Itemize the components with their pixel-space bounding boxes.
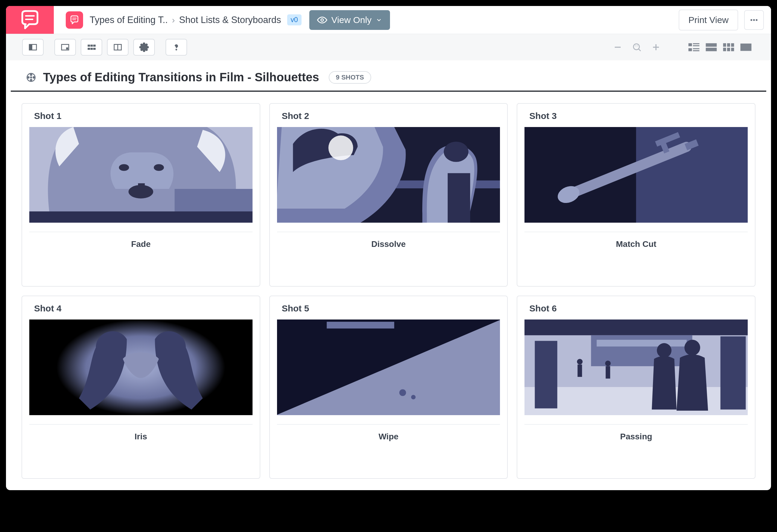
svg-rect-14: [94, 45, 96, 46]
shot-caption: Wipe: [270, 425, 508, 450]
svg-point-56: [28, 77, 29, 78]
svg-rect-93: [578, 364, 582, 377]
svg-rect-13: [91, 45, 93, 46]
shot-label: Shot 3: [517, 104, 755, 127]
speech-bubble-icon: [69, 15, 80, 25]
zoom-out-button[interactable]: [613, 42, 623, 52]
svg-point-6: [753, 19, 755, 21]
layout-switcher: [688, 42, 752, 52]
svg-rect-70: [448, 173, 470, 223]
shot-card[interactable]: Shot 3 Match Cut: [517, 103, 756, 287]
columns-button[interactable]: [107, 39, 128, 56]
svg-point-61: [154, 164, 164, 171]
svg-point-21: [176, 49, 177, 50]
breadcrumb: Types of Editing T.. › Shot Lists & Stor…: [90, 14, 302, 25]
zoom-in-button[interactable]: [651, 42, 661, 52]
zoom-reset-button[interactable]: 1:1: [632, 42, 642, 52]
svg-point-69: [443, 142, 468, 162]
svg-rect-9: [29, 44, 32, 50]
svg-rect-17: [94, 48, 96, 49]
shot-card[interactable]: Shot 5 Wipe: [269, 296, 508, 479]
svg-point-58: [30, 77, 32, 78]
view-only-button[interactable]: View Only: [309, 10, 390, 30]
svg-point-7: [756, 19, 757, 21]
panel-left-button[interactable]: [22, 39, 44, 56]
shot-thumbnail: [525, 319, 748, 415]
svg-point-68: [328, 135, 353, 160]
svg-rect-37: [727, 43, 730, 47]
plus-icon: [651, 42, 661, 52]
columns-icon: [113, 42, 122, 52]
svg-rect-38: [731, 43, 734, 47]
shot-card[interactable]: Shot 2 Dissolve: [269, 103, 508, 287]
svg-rect-33: [693, 50, 699, 51]
svg-rect-34: [706, 43, 717, 47]
more-horizontal-icon: [750, 15, 759, 24]
view-only-label: View Only: [331, 15, 372, 25]
svg-rect-40: [727, 48, 730, 51]
svg-rect-86: [525, 319, 748, 335]
shot-label: Shot 2: [270, 104, 508, 127]
speech-bubble-icon: [19, 9, 41, 31]
svg-rect-41: [731, 48, 734, 51]
page-title-row: Types of Editing Transitions in Film - S…: [11, 61, 766, 92]
svg-line-24: [639, 49, 641, 51]
project-icon-chip[interactable]: [66, 11, 83, 29]
svg-rect-11: [66, 47, 68, 49]
svg-rect-29: [693, 43, 699, 44]
shot-caption: Match Cut: [517, 232, 755, 257]
frame-icon: [61, 42, 70, 52]
svg-rect-16: [91, 48, 93, 49]
svg-text:1:1: 1:1: [635, 44, 638, 47]
settings-button[interactable]: [133, 39, 155, 56]
shot-label: Shot 6: [517, 296, 755, 319]
more-menu-button[interactable]: [744, 10, 764, 30]
shot-card[interactable]: Shot 4: [21, 296, 260, 479]
shot-thumbnail: [29, 127, 252, 223]
svg-point-60: [119, 164, 129, 171]
shot-caption: Fade: [22, 232, 260, 257]
print-view-button[interactable]: Print View: [679, 10, 738, 30]
svg-rect-31: [688, 48, 692, 51]
shot-caption: Dissolve: [270, 232, 508, 257]
layout-list-cards-button[interactable]: [688, 42, 700, 52]
shot-card[interactable]: Shot 6: [517, 296, 756, 479]
layout-filmstrip-button[interactable]: [740, 42, 752, 52]
svg-point-94: [605, 360, 611, 366]
breadcrumb-project[interactable]: Types of Editing T..: [90, 15, 168, 25]
question-icon: [172, 42, 181, 52]
grid-6-button[interactable]: [81, 39, 102, 56]
shot-caption: Iris: [22, 425, 260, 450]
breadcrumb-section[interactable]: Shot Lists & Storyboards: [179, 15, 281, 25]
svg-point-83: [399, 389, 406, 396]
shot-card-grid: Shot 1 Fade: [6, 92, 771, 490]
minus-icon: [613, 42, 623, 52]
svg-point-4: [321, 18, 324, 21]
filmstrip-icon: [740, 42, 752, 52]
svg-rect-39: [723, 48, 726, 51]
svg-rect-36: [723, 43, 726, 47]
gear-icon: [139, 42, 149, 52]
search-1to1-icon: 1:1: [632, 42, 642, 52]
svg-rect-95: [606, 366, 610, 379]
chevron-right-icon: ›: [172, 15, 175, 25]
frame-button[interactable]: [54, 39, 76, 56]
layout-rows-icon: [705, 42, 717, 52]
brand-logo[interactable]: [6, 6, 54, 34]
panel-left-icon: [28, 42, 38, 52]
shot-thumbnail: [29, 319, 252, 415]
svg-rect-90: [535, 341, 557, 408]
help-button[interactable]: [165, 39, 187, 56]
zoom-controls: 1:1: [613, 42, 661, 52]
version-chip[interactable]: v0: [287, 14, 302, 25]
svg-rect-63: [138, 183, 145, 186]
svg-point-92: [577, 359, 583, 364]
svg-point-57: [33, 77, 35, 78]
svg-point-55: [30, 79, 32, 81]
shot-thumbnail: [525, 127, 748, 223]
layout-rows-button[interactable]: [705, 42, 717, 52]
svg-rect-35: [706, 48, 717, 51]
shot-card[interactable]: Shot 1 Fade: [21, 103, 260, 287]
layout-grid-button[interactable]: [723, 42, 735, 52]
chevron-down-icon: [376, 17, 382, 23]
